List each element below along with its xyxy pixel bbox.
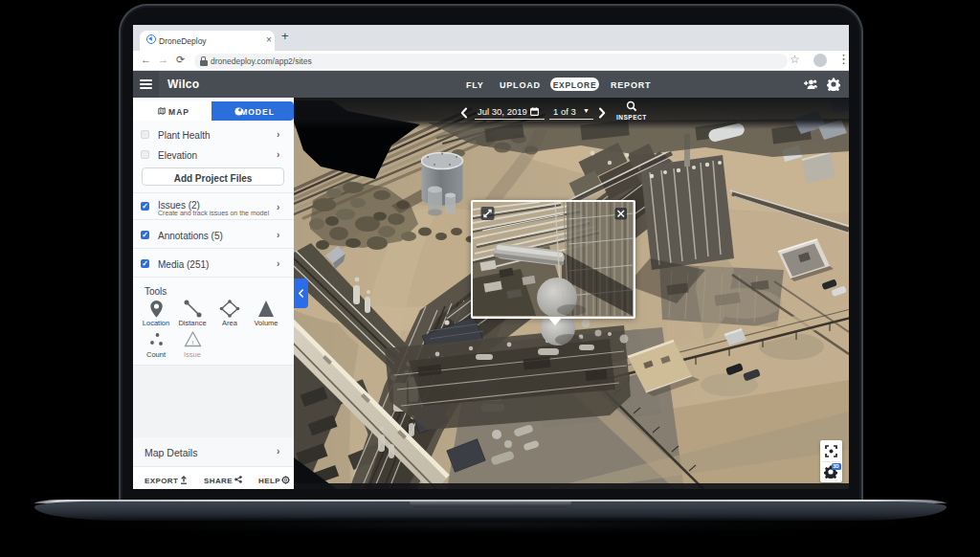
svg-text:!: ! xyxy=(192,340,194,345)
